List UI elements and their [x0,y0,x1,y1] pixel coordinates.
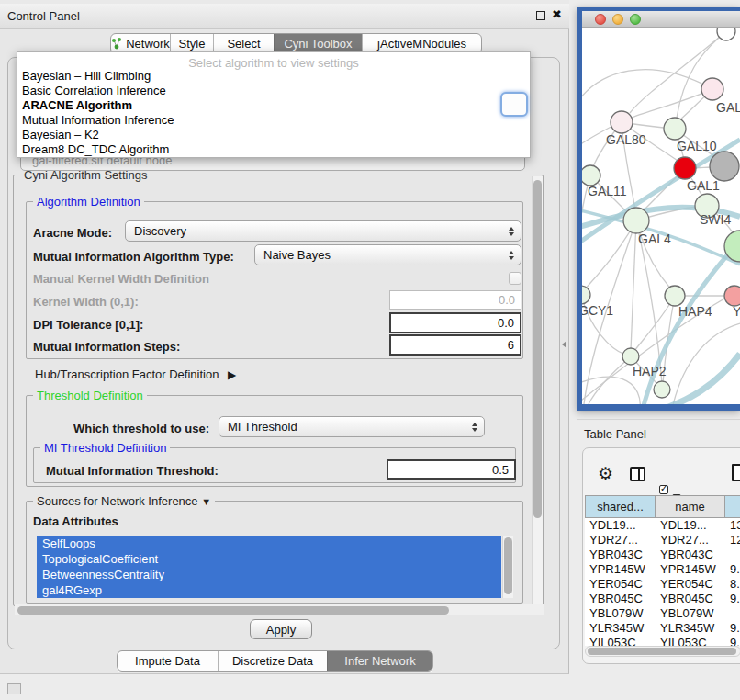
attribute-item[interactable]: SelfLoops [37,536,501,551]
float-panel-icon[interactable] [536,11,545,20]
table-row[interactable]: YIL053CYIL053C9. [585,636,740,646]
data-attributes-label: Data Attributes [33,514,118,528]
algorithm-item[interactable]: Dream8 DC_TDC Algorithm [17,142,530,157]
tab-select[interactable]: Select [213,34,274,53]
manual-kernel-label: Manual Kernel Width Definition [33,272,209,286]
kernel-width-input[interactable]: 0.0 [389,290,521,310]
table-row[interactable]: YPR145WYPR145W9. [585,562,740,577]
network-node[interactable] [717,28,735,40]
aracne-mode-select[interactable]: Discovery [125,220,521,242]
aracne-mode-value: Discovery [134,224,186,238]
data-attributes-list[interactable]: SelfLoopsTopologicalCoefficientBetweenne… [37,536,501,598]
node-label: GAL10 [677,139,717,153]
algorithm-item[interactable]: Bayesian – K2 [17,128,530,142]
network-node-gal4[interactable] [623,208,649,233]
network-node[interactable] [654,381,670,398]
algorithm-item[interactable]: Bayesian – Hill Climbing [17,69,530,84]
minimize-traffic-light-icon[interactable] [612,14,623,25]
tab-infer-network[interactable]: Infer Network [327,651,432,671]
algorithm-item[interactable]: ARACNE Algorithm [17,98,530,113]
tab-style[interactable]: Style [170,34,213,53]
tab-label: Infer Network [344,654,415,668]
panel-divider-arrow-icon[interactable] [562,341,566,348]
network-node-gal80[interactable] [611,111,633,133]
mi-steps-input[interactable]: 6 [389,334,521,356]
table-header-cell[interactable] [725,495,740,518]
gear-icon[interactable]: ⚙ [598,465,613,482]
network-node-gal[interactable] [701,78,723,100]
hub-definition-expander[interactable]: Hub/Transcription Factor Definition ▶ [35,367,236,381]
table-row[interactable]: YBR045CYBR045C9. [585,592,740,606]
table-row[interactable]: YBL079WYBL079W [585,606,740,621]
dpi-tolerance-input[interactable]: 0.0 [389,312,521,333]
stepper-arrows-icon [472,423,477,432]
which-threshold-label: Which threshold to use: [73,422,209,435]
bottom-tabbar: Impute DataDiscretize DataInfer Network [117,650,433,672]
tab-label: Style [179,37,206,51]
checked-box-icon[interactable] [659,485,668,494]
table-row[interactable]: YDL19...YDL19...13 [585,518,740,533]
table-cell: YBR043C [656,548,725,562]
table-row[interactable]: YLR345WYLR345W9. [585,621,740,636]
tab-label: jActiveMNodules [377,37,466,51]
network-node-gcy1[interactable] [582,286,590,304]
attributes-list-scrollbar-thumb[interactable] [504,537,512,594]
network-node-gal1[interactable] [674,157,696,179]
tab-label: Cyni Toolbox [284,37,352,51]
table-cell: YIL053C [656,636,725,646]
node-label: GCY1 [582,303,613,318]
algorithm-item[interactable]: Basic Correlation Inference [17,84,530,98]
sources-group-label[interactable]: Sources for Network Inference ▼ [33,494,215,508]
tab-network[interactable]: Network [111,34,170,53]
algorithm-item[interactable]: Mutual Information Inference [17,113,530,128]
table-row[interactable]: YER054CYER054C8. [585,577,740,592]
node-label: GAL4 [638,231,671,246]
network-node[interactable] [710,152,739,181]
tab-discretize-data[interactable]: Discretize Data [218,651,327,671]
table-row[interactable]: YDR27...YDR27...12 [585,533,740,548]
mi-threshold-input[interactable]: 0.5 [387,459,516,480]
attribute-item[interactable]: TopologicalCoefficient [37,551,501,567]
node-label: HAP4 [678,304,712,319]
table-header-cell[interactable]: name [656,495,725,518]
settings-vertical-scrollbar[interactable] [532,176,543,604]
network-node-hap2[interactable] [622,348,639,365]
settings-vertical-scrollbar-thumb[interactable] [533,180,542,518]
network-node-y[interactable] [724,286,740,306]
zoom-traffic-light-icon[interactable] [630,14,641,25]
settings-horizontal-scrollbar[interactable] [15,604,544,615]
table-cell: YER054C [656,577,725,592]
network-canvas[interactable]: GALGAL80GAL10GAL1SWI4GAL11GAL4GCY1HAP4YH… [582,28,740,404]
table-cell: YDL19... [585,518,656,533]
network-node-gal10[interactable] [664,118,686,140]
network-node-gal11[interactable] [582,165,600,186]
table-cell: 8. [725,577,740,592]
tab-cyni-toolbox[interactable]: Cyni Toolbox [274,34,362,53]
attribute-item[interactable]: gal4RGexp [37,582,501,598]
table-horizontal-scrollbar-thumb[interactable] [588,648,736,655]
network-node-hap4[interactable] [665,286,685,306]
attribute-item[interactable]: BetweennessCentrality [37,567,501,582]
dpi-tolerance-label: DPI Tolerance [0,1]: [33,318,143,332]
table-cell: YER054C [585,577,656,592]
page-icon[interactable] [732,464,740,481]
table-header-cell[interactable]: shared... [585,495,656,518]
apply-button[interactable]: Apply [250,619,312,639]
manual-kernel-checkbox[interactable] [509,272,521,285]
table-horizontal-scrollbar[interactable] [585,646,740,657]
close-icon[interactable]: ✖ [552,7,562,21]
columns-icon[interactable] [630,467,645,481]
tab-jactivemnodules[interactable]: jActiveMNodules [362,34,481,53]
table-row[interactable]: YBR043CYBR043C [585,548,740,562]
table-cell: YLR345W [585,621,656,636]
table-rows: YDL19...YDL19...13YDR27...YDR27...12YBR0… [585,518,740,646]
tab-impute-data[interactable]: Impute Data [118,651,218,671]
algorithm-placeholder: Select algorithm to view settings [17,52,530,69]
attributes-list-scrollbar[interactable] [502,536,513,598]
which-threshold-select[interactable]: MI Threshold [219,416,485,437]
close-traffic-light-icon[interactable] [595,14,606,25]
threshold-definition-label: Threshold Definition [33,389,147,402]
settings-horizontal-scrollbar-thumb[interactable] [17,606,449,615]
mi-type-select[interactable]: Naive Bayes [254,244,521,265]
hide-panel-grip[interactable] [7,683,21,694]
